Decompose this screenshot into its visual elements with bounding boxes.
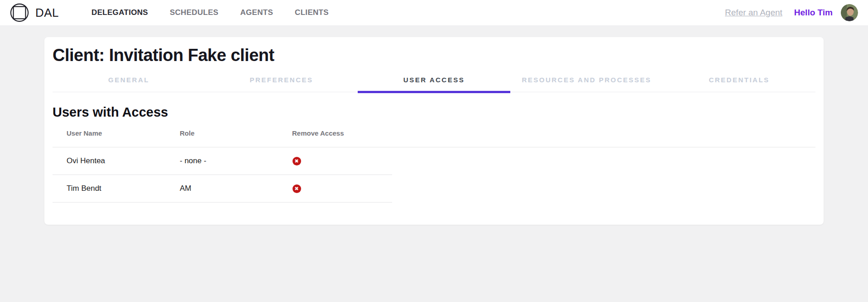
topbar-right: Refer an Agent Hello Tim	[725, 4, 858, 21]
user-greeting: Hello Tim	[794, 8, 833, 18]
remove-x-icon: ✖	[293, 184, 301, 193]
client-detail-card: Client: Invitation Fake client GENERALPR…	[44, 37, 824, 225]
table-header-row: User Name Role Remove Access	[53, 120, 815, 147]
page-title: Client: Invitation Fake client	[53, 45, 815, 65]
nav-item-clients[interactable]: CLIENTS	[295, 8, 329, 17]
column-header-user-name: User Name	[53, 129, 166, 137]
tab-general[interactable]: GENERAL	[53, 71, 205, 92]
circle-square-logo-icon	[10, 3, 29, 22]
client-tabs: GENERALPREFERENCESUSER ACCESSRESOURCES A…	[53, 71, 815, 92]
users-table: User Name Role Remove Access Ovi Hentea …	[53, 120, 815, 203]
user-avatar[interactable]	[841, 4, 858, 21]
tab-preferences[interactable]: PREFERENCES	[205, 71, 358, 92]
top-nav-bar: DAL DELEGATIONSSCHEDULESAGENTSCLIENTS Re…	[0, 0, 868, 25]
cell-role: AM	[166, 184, 278, 193]
remove-x-icon: ✖	[293, 157, 301, 165]
table-body: Ovi Hentea - none - ✖ Tim Bendt AM ✖	[53, 147, 392, 203]
tab-credentials[interactable]: CREDENTIALS	[663, 71, 815, 92]
nav-item-delegations[interactable]: DELEGATIONS	[91, 8, 148, 17]
cell-user-name: Ovi Hentea	[53, 156, 166, 165]
page-body: Client: Invitation Fake client GENERALPR…	[0, 25, 868, 225]
avatar-photo-icon	[841, 4, 858, 21]
tab-user-access[interactable]: USER ACCESS	[358, 71, 510, 92]
refer-agent-link[interactable]: Refer an Agent	[725, 8, 782, 18]
nav-item-agents[interactable]: AGENTS	[240, 8, 273, 17]
main-nav: DELEGATIONSSCHEDULESAGENTSCLIENTS	[91, 8, 329, 17]
column-header-role: Role	[166, 129, 278, 137]
nav-item-schedules[interactable]: SCHEDULES	[170, 8, 219, 17]
remove-access-button[interactable]: ✖	[292, 184, 301, 193]
cell-role: - none -	[166, 156, 278, 165]
cell-user-name: Tim Bendt	[53, 184, 166, 193]
section-title: Users with Access	[53, 104, 815, 120]
table-row: Tim Bendt AM ✖	[53, 175, 392, 203]
brand-name: DAL	[35, 6, 59, 20]
brand-home-link[interactable]: DAL	[10, 3, 59, 22]
column-header-remove-access: Remove Access	[278, 129, 815, 137]
table-row: Ovi Hentea - none - ✖	[53, 147, 392, 175]
tab-resources-and-processes[interactable]: RESOURCES AND PROCESSES	[510, 71, 663, 92]
remove-access-button[interactable]: ✖	[292, 156, 301, 165]
